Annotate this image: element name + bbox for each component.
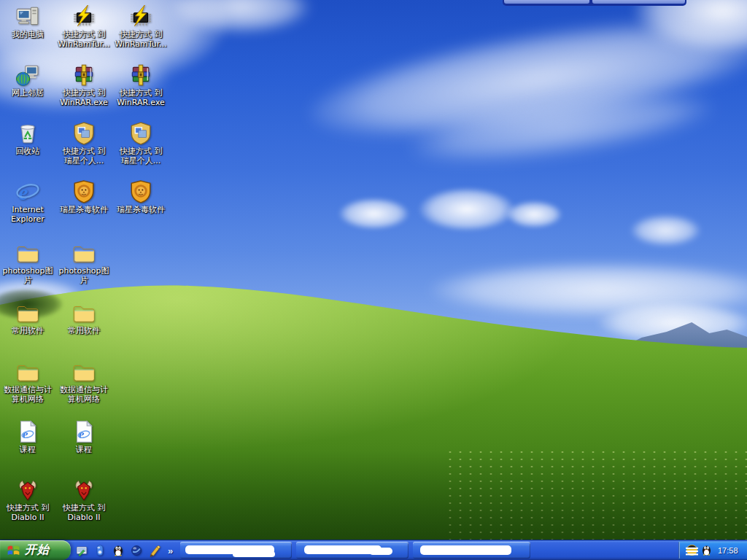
obscured-label	[369, 548, 392, 555]
icon-label: Internet	[11, 205, 44, 214]
icon-label: photoshop图	[2, 266, 53, 276]
desktop-icon-photoshop-pictures[interactable]: photoshop图片	[0, 241, 55, 285]
desktop-icon-data-comm-networks[interactable]: 数据通信与计算机网络	[56, 359, 112, 404]
obscured-label	[233, 551, 275, 557]
paintbrush-icon[interactable]	[147, 543, 162, 558]
quick-launch-bar: »	[74, 542, 175, 559]
icon-label: 数据通信与计	[60, 385, 108, 394]
icon-label: 课程	[20, 445, 36, 454]
desktop-icon-data-comm-networks[interactable]: 数据通信与计算机网络	[0, 359, 55, 404]
desktop-icon-internet-explorer[interactable]: InternetExplorer	[0, 179, 55, 224]
folder-icon	[15, 241, 40, 265]
window-fragment-segment	[504, 0, 589, 4]
desktop-icon-rising-antivirus[interactable]: 瑞星杀毒软件	[56, 179, 112, 214]
desktop-icon-courses[interactable]: 课程	[56, 419, 112, 454]
desktop-icon-photoshop-pictures[interactable]: photoshop图片	[56, 241, 112, 285]
icon-label: 瑞星杀毒软件	[60, 205, 108, 214]
lion-shield-icon	[128, 179, 153, 204]
diablo-icon	[71, 478, 96, 502]
show-desktop-icon[interactable]	[74, 543, 89, 558]
taskbar-window-button-3[interactable]	[413, 542, 530, 559]
icon-label: 快捷方式 到	[115, 30, 167, 39]
recycle-bin-icon	[15, 121, 40, 146]
icon-label: 快捷方式 到	[58, 30, 110, 39]
icon-label: 快捷方式 到	[60, 88, 108, 98]
diablo-icon	[15, 478, 40, 502]
icon-label: 快捷方式 到	[7, 503, 50, 513]
cloud	[419, 188, 514, 230]
icon-label: 瑞星个人...	[120, 156, 163, 166]
icon-label: 我的电脑	[12, 30, 44, 39]
folder-icon	[71, 300, 96, 325]
shield-icon	[128, 121, 153, 146]
desktop-icon-shortcut-rising-firewall[interactable]: 快捷方式 到瑞星个人...	[113, 121, 169, 166]
obscured-label	[420, 545, 511, 555]
icon-label: WinRamTur...	[115, 39, 167, 49]
desktop-icon-shortcut-winramturbo[interactable]: 快捷方式 到WinRamTur...	[56, 4, 112, 49]
start-button[interactable]: 开始	[0, 540, 71, 560]
desktop-icon-network-places[interactable]: 网上邻居	[0, 63, 55, 98]
desktop: e e	[0, 0, 747, 560]
lion-shield-icon	[71, 179, 96, 204]
icon-label: 快捷方式 到	[63, 147, 106, 156]
window-fragment-segment	[592, 0, 685, 4]
qq-penguin-icon[interactable]	[700, 544, 713, 556]
desktop-icon-recycle-bin[interactable]: 回收站	[0, 121, 55, 156]
folder-icon	[15, 359, 40, 384]
cloud	[339, 198, 409, 229]
icon-label: 回收站	[16, 147, 40, 156]
blue-globe-icon[interactable]	[129, 543, 144, 558]
ie-document-icon	[15, 419, 40, 444]
icon-label: 课程	[76, 445, 92, 454]
icon-label: Explorer	[11, 214, 44, 224]
winrar-icon	[71, 63, 96, 88]
icon-label: 算机网络	[4, 394, 52, 404]
icon-label: Diablo II	[7, 513, 50, 522]
memory-chip-icon	[128, 4, 153, 29]
desktop-icon-shortcut-winramturbo[interactable]: 快捷方式 到WinRamTur...	[113, 4, 169, 49]
my-computer-icon	[15, 4, 40, 29]
media-player-icon[interactable]	[93, 543, 107, 558]
icon-label: 算机网络	[60, 394, 108, 404]
desktop-icon-my-computer[interactable]: 我的电脑	[0, 4, 55, 39]
folder-icon	[15, 300, 40, 325]
cloud	[631, 215, 700, 246]
desktop-icon-common-software[interactable]: 常用软件	[0, 300, 55, 335]
taskbar-window-button-1[interactable]	[180, 542, 292, 559]
folder-icon	[71, 241, 96, 265]
desktop-icon-shortcut-winrar[interactable]: 快捷方式 到WinRAR.exe	[113, 63, 169, 107]
desktop-icon-shortcut-diablo2[interactable]: 快捷方式 到Diablo II	[0, 478, 55, 522]
start-button-label: 开始	[25, 542, 50, 558]
ie-document-icon	[71, 419, 96, 444]
desktop-icon-shortcut-winrar[interactable]: 快捷方式 到WinRAR.exe	[56, 63, 112, 107]
system-tray: 17:58	[678, 540, 747, 560]
desktop-icon-shortcut-diablo2[interactable]: 快捷方式 到Diablo II	[56, 478, 112, 522]
icon-label: photoshop图	[58, 266, 109, 276]
icon-label: 快捷方式 到	[120, 147, 163, 156]
tray-clock[interactable]: 17:58	[718, 546, 738, 555]
winrar-icon	[128, 63, 153, 88]
icon-label: 快捷方式 到	[117, 88, 165, 98]
memory-chip-icon	[71, 4, 96, 29]
desktop-icon-shortcut-rising-firewall[interactable]: 快捷方式 到瑞星个人...	[56, 121, 112, 166]
internet-explorer-icon	[15, 179, 40, 204]
windows-flag-icon	[6, 542, 21, 558]
offscreen-window-fragment[interactable]	[503, 0, 686, 6]
icon-label: WinRAR.exe	[117, 98, 165, 107]
icon-label: Diablo II	[63, 513, 106, 522]
icon-label: 数据通信与计	[4, 385, 52, 394]
network-places-icon	[15, 63, 40, 88]
cloud	[507, 201, 562, 228]
icon-label: 常用软件	[12, 326, 44, 335]
desktop-icon-courses[interactable]: 课程	[0, 419, 55, 454]
folder-icon	[71, 359, 96, 384]
desktop-icon-common-software[interactable]: 常用软件	[56, 300, 112, 335]
desktop-icon-rising-antivirus[interactable]: 瑞星杀毒软件	[113, 179, 169, 214]
qq-status-stripes-icon[interactable]	[686, 544, 698, 556]
taskbar-window-button-2[interactable]	[296, 542, 409, 559]
icon-label: 网上邻居	[12, 88, 44, 98]
qq-messenger-icon[interactable]	[111, 543, 125, 558]
icon-label: 快捷方式 到	[63, 503, 106, 513]
icon-label: WinRAR.exe	[60, 98, 108, 107]
quick-launch-overflow-chevron[interactable]: »	[166, 545, 175, 556]
